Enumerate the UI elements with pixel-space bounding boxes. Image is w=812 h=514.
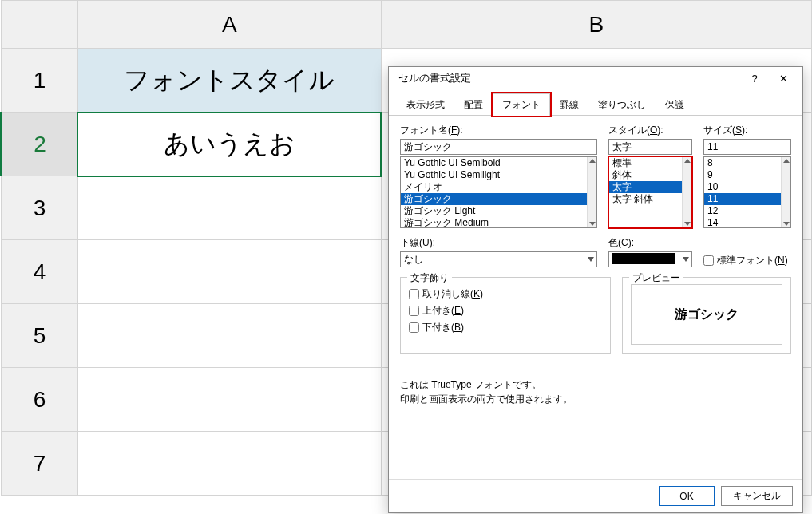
cell-a4[interactable] — [77, 240, 381, 304]
strikethrough-label: 取り消し線(K) — [422, 287, 483, 301]
tab-number[interactable]: 表示形式 — [397, 93, 454, 116]
font-size-label: サイズ(S): — [703, 124, 791, 137]
list-item[interactable]: 太字 — [609, 181, 691, 193]
preview-title: プレビュー — [629, 271, 683, 285]
format-cells-dialog: セルの書式設定 ? ✕ 表示形式 配置 フォント 罫線 塗りつぶし 保護 フォン… — [388, 66, 803, 513]
help-icon[interactable]: ? — [740, 73, 769, 85]
list-item[interactable]: 斜体 — [609, 169, 691, 181]
list-item[interactable]: 游ゴシック — [401, 193, 596, 205]
chevron-down-icon[interactable] — [679, 252, 691, 267]
decoration-group: 文字飾り 取り消し線(K) 上付き(E) 下付き(B) — [400, 277, 611, 354]
list-item[interactable]: メイリオ — [401, 181, 596, 193]
dialog-titlebar[interactable]: セルの書式設定 ? ✕ — [389, 67, 802, 89]
row-header-5[interactable]: 5 — [2, 304, 78, 368]
font-style-input[interactable] — [608, 139, 692, 155]
list-item[interactable]: 14 — [704, 217, 790, 228]
row-header-7[interactable]: 7 — [2, 432, 78, 496]
cell-a6[interactable] — [77, 368, 381, 432]
scrollbar[interactable] — [682, 157, 691, 227]
font-size-list[interactable]: 8 9 10 11 12 14 — [703, 156, 791, 228]
normal-font-label: 標準フォント(N) — [717, 254, 788, 267]
hint-line-1: これは TrueType フォントです。 — [400, 378, 791, 392]
list-item[interactable]: 12 — [704, 205, 790, 217]
cell-a3[interactable] — [77, 176, 381, 240]
row-header-3[interactable]: 3 — [2, 176, 78, 240]
hint-text: これは TrueType フォントです。 印刷と画面表示の両方で使用されます。 — [400, 378, 791, 406]
subscript-label: 下付き(B) — [422, 321, 464, 334]
chevron-down-icon[interactable] — [584, 252, 596, 267]
list-item[interactable]: Yu Gothic UI Semibold — [401, 157, 596, 169]
cell-a2[interactable]: あいうえお — [77, 113, 381, 176]
preview-sample: 游ゴシック — [675, 306, 739, 323]
list-item[interactable]: 太字 斜体 — [609, 193, 691, 205]
normal-font-checkbox[interactable]: 標準フォント(N) — [703, 254, 788, 267]
strikethrough-checkbox[interactable]: 取り消し線(K) — [409, 287, 602, 301]
font-style-list[interactable]: 標準 斜体 太字 太字 斜体 — [608, 156, 692, 228]
tab-font[interactable]: フォント — [493, 93, 550, 116]
select-all-corner[interactable] — [2, 1, 78, 49]
row-header-2[interactable]: 2 — [2, 113, 78, 176]
decoration-title: 文字飾り — [407, 271, 452, 285]
list-item[interactable]: 9 — [704, 169, 790, 181]
color-swatch — [612, 253, 675, 264]
tab-fill[interactable]: 塗りつぶし — [588, 93, 656, 116]
cell-a7[interactable] — [77, 432, 381, 496]
ok-button[interactable]: OK — [659, 486, 715, 506]
list-item[interactable]: 標準 — [609, 157, 691, 169]
row-header-4[interactable]: 4 — [2, 240, 78, 304]
tab-alignment[interactable]: 配置 — [454, 93, 493, 116]
list-item[interactable]: 11 — [704, 193, 790, 205]
underline-combo[interactable]: なし — [400, 251, 597, 267]
list-item[interactable]: 游ゴシック Light — [401, 205, 596, 217]
font-name-list[interactable]: Yu Gothic UI Semibold Yu Gothic UI Semil… — [400, 156, 597, 228]
color-combo[interactable] — [608, 251, 692, 267]
font-style-label: スタイル(O): — [608, 124, 692, 137]
row-header-6[interactable]: 6 — [2, 368, 78, 432]
superscript-checkbox[interactable]: 上付き(E) — [409, 304, 602, 318]
normal-font-input[interactable] — [703, 255, 714, 266]
underline-value: なし — [401, 253, 584, 267]
scrollbar[interactable] — [587, 157, 596, 227]
subscript-input[interactable] — [409, 322, 419, 333]
superscript-label: 上付き(E) — [422, 304, 464, 318]
cell-a5[interactable] — [77, 304, 381, 368]
cancel-button[interactable]: キャンセル — [721, 486, 793, 506]
strikethrough-input[interactable] — [409, 289, 419, 299]
list-item[interactable]: 游ゴシック Medium — [401, 217, 596, 228]
subscript-checkbox[interactable]: 下付き(B) — [409, 321, 602, 334]
col-header-a[interactable]: A — [77, 1, 381, 49]
preview-group: プレビュー 游ゴシック — [622, 277, 791, 354]
font-name-input[interactable] — [400, 139, 597, 155]
preview-box: 游ゴシック — [631, 284, 782, 345]
list-item[interactable]: 10 — [704, 181, 790, 193]
cell-a1[interactable]: フォントスタイル — [77, 49, 381, 113]
font-size-input[interactable] — [703, 139, 791, 155]
tab-protection[interactable]: 保護 — [656, 93, 694, 116]
row-header-1[interactable]: 1 — [2, 49, 78, 113]
list-item[interactable]: Yu Gothic UI Semilight — [401, 169, 596, 181]
scrollbar[interactable] — [781, 157, 790, 227]
close-icon[interactable]: ✕ — [769, 73, 798, 85]
list-item[interactable]: 8 — [704, 157, 790, 169]
dialog-buttons: OK キャンセル — [389, 479, 802, 512]
dialog-title: セルの書式設定 — [398, 71, 471, 85]
hint-line-2: 印刷と画面表示の両方で使用されます。 — [400, 392, 791, 406]
font-name-label: フォント名(F): — [400, 124, 597, 137]
color-label: 色(C): — [608, 236, 692, 250]
col-header-b[interactable]: B — [381, 1, 811, 49]
dialog-tabs: 表示形式 配置 フォント 罫線 塗りつぶし 保護 — [389, 89, 802, 116]
underline-label: 下線(U): — [400, 236, 597, 250]
superscript-input[interactable] — [409, 306, 419, 316]
tab-border[interactable]: 罫線 — [550, 93, 588, 116]
